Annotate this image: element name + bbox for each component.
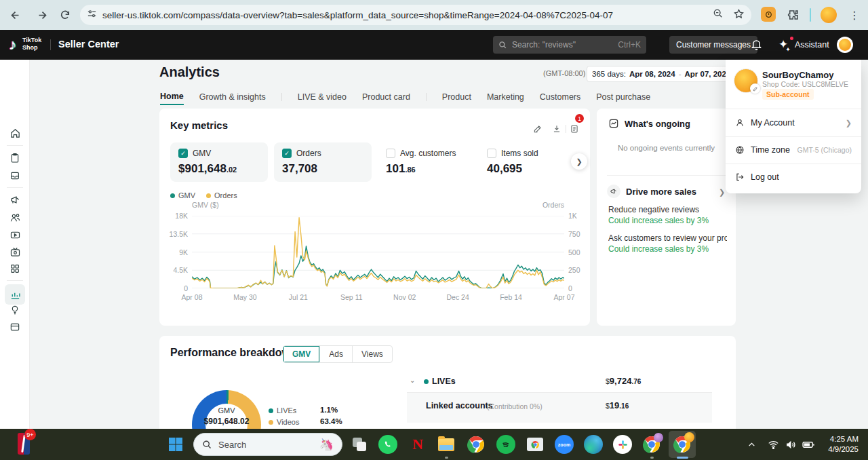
orders-legend-label[interactable]: Orders xyxy=(214,191,237,199)
account-avatar[interactable] xyxy=(837,37,853,53)
assistant-label[interactable]: Assistant xyxy=(795,40,829,50)
whatsapp-icon[interactable] xyxy=(378,435,397,454)
tab-growth-insights[interactable]: Growth & insights xyxy=(199,90,266,104)
file-explorer-icon[interactable] xyxy=(437,435,456,454)
sales-tip-benefit[interactable]: Could increase sales by 3% xyxy=(608,244,709,254)
items-sold-checkbox[interactable] xyxy=(487,149,496,158)
tab-live-video[interactable]: LIVE & video xyxy=(298,90,347,104)
sidebar-home-icon[interactable] xyxy=(7,125,23,141)
row-expand-chevron-icon[interactable]: ⌄ xyxy=(410,377,415,384)
orders-checkbox[interactable]: ✓ xyxy=(282,149,292,158)
task-view-button[interactable] xyxy=(350,435,369,454)
sidebar-inbox-icon[interactable] xyxy=(7,168,23,184)
browser-menu-icon[interactable]: ⋮ xyxy=(846,7,863,23)
sidebar-orders-icon[interactable] xyxy=(7,150,23,166)
metric-card-items-sold[interactable]: Items sold 40,695 xyxy=(479,142,566,182)
seller-center-title[interactable]: Seller Center xyxy=(58,39,119,50)
metrics-scroll-right-button[interactable]: ❯ xyxy=(571,153,587,170)
sales-tip-title[interactable]: Reduce negative reviews xyxy=(608,205,699,214)
spotify-icon[interactable] xyxy=(496,435,515,454)
bookmark-star-icon[interactable] xyxy=(733,8,745,22)
row-note: (Contribution 0%) xyxy=(487,402,542,410)
report-badge: 1 xyxy=(575,114,584,123)
tiktok-shop-wordmark[interactable]: TikTok Shop xyxy=(22,37,41,52)
tray-chevron-icon[interactable] xyxy=(742,435,761,454)
sidebar-video-icon[interactable] xyxy=(7,227,23,243)
chrome-icon[interactable] xyxy=(467,435,486,454)
drive-more-sales-header[interactable]: Drive more sales xyxy=(607,185,696,198)
sidebar-live-icon[interactable] xyxy=(7,244,23,260)
sourboy-extension-icon[interactable] xyxy=(821,7,837,23)
taskbar-search-box[interactable]: Search 🦄 xyxy=(193,433,342,456)
drive-more-chevron-icon[interactable]: ❯ xyxy=(719,188,725,197)
globe-icon xyxy=(735,145,745,155)
start-button[interactable] xyxy=(166,435,185,454)
zoom-out-icon[interactable] xyxy=(713,8,724,22)
lives-percent: 1.1% xyxy=(320,406,338,414)
lives-row-label[interactable]: LIVEs xyxy=(424,377,456,386)
tab-marketing[interactable]: Marketing xyxy=(487,90,524,104)
metric-card-gmv[interactable]: ✓GMV $901,648.02 xyxy=(170,142,268,182)
tab-customers[interactable]: Customers xyxy=(540,90,580,104)
gmv-legend-label[interactable]: GMV xyxy=(178,191,195,199)
chrome-active-profile-icon[interactable] xyxy=(673,435,692,454)
site-info-icon[interactable] xyxy=(87,9,97,22)
edit-metrics-icon[interactable] xyxy=(532,123,543,134)
extensions-puzzle-icon[interactable] xyxy=(785,7,802,23)
menu-item-my-account[interactable]: My Account ❯ xyxy=(735,115,852,131)
avg-customers-checkbox[interactable] xyxy=(386,149,395,158)
sidebar-finance-icon[interactable] xyxy=(7,319,23,335)
app-header: ♪ TikTok Shop Seller Center Search: "rev… xyxy=(0,30,868,60)
gmv-checkbox[interactable]: ✓ xyxy=(178,149,188,158)
timezone-label: (GMT-08:00) xyxy=(543,69,585,77)
volume-icon[interactable] xyxy=(781,435,800,454)
photos-app-icon[interactable] xyxy=(526,435,545,454)
perf-tab-ads[interactable]: Ads xyxy=(320,346,353,362)
global-search-input[interactable]: Search: "reviews" Ctrl+K xyxy=(493,36,646,54)
edge-icon[interactable] xyxy=(584,435,603,454)
sales-tip-benefit[interactable]: Could increase sales by 3% xyxy=(608,216,709,225)
menu-divider xyxy=(726,109,861,109)
date-range-picker[interactable]: 365 days: Apr 08, 2024 - Apr 07, 2025 xyxy=(587,66,730,82)
taskbar-clock[interactable]: 4:25 AM 4/9/2025 xyxy=(816,434,859,455)
report-icon[interactable] xyxy=(569,123,580,134)
sales-tip-title[interactable]: Ask customers to review your pro... xyxy=(608,233,727,243)
y-left-tick: 9K xyxy=(159,248,188,256)
edit-avatar-icon[interactable] xyxy=(750,83,760,94)
shield-extension-icon[interactable] xyxy=(761,7,776,22)
sidebar-affiliate-icon[interactable] xyxy=(7,209,23,225)
tiktok-logo-icon[interactable]: ♪ xyxy=(9,36,16,54)
wifi-icon[interactable] xyxy=(764,435,783,454)
logo-line1: TikTok xyxy=(22,37,41,44)
key-metrics-card: Key metrics 1 ✓GMV $901,648.02 ✓Orders 3… xyxy=(159,109,590,326)
chrome-profile2-icon[interactable] xyxy=(642,435,661,454)
metric-card-orders[interactable]: ✓Orders 37,708 xyxy=(274,142,372,182)
tab-home[interactable]: Home xyxy=(160,89,184,105)
metric-card-avg-customers[interactable]: Avg. customers 101.86 xyxy=(378,142,473,182)
url-text[interactable]: seller-us.tiktok.com/compass/data-overvi… xyxy=(102,10,703,20)
zoom-icon[interactable]: zoom xyxy=(555,435,574,454)
netflix-icon[interactable]: N xyxy=(408,435,427,454)
menu-item-log-out[interactable]: Log out xyxy=(735,169,852,185)
perf-tab-views[interactable]: Views xyxy=(353,346,392,362)
sidebar-marketing-icon[interactable] xyxy=(7,191,23,208)
menu-item-time-zone[interactable]: Time zone GMT-5 (Chicago) xyxy=(735,142,852,158)
forward-icon[interactable] xyxy=(33,5,52,24)
back-icon[interactable] xyxy=(5,5,24,24)
perf-tab-gmv[interactable]: GMV xyxy=(283,346,320,362)
sidebar-apps-icon[interactable] xyxy=(7,261,23,277)
reload-icon[interactable] xyxy=(56,5,75,24)
address-bar[interactable]: seller-us.tiktok.com/compass/data-overvi… xyxy=(80,5,751,25)
download-icon[interactable] xyxy=(551,123,562,134)
customer-messages-button[interactable]: Customer messages xyxy=(669,36,757,54)
sidebar-growth-icon[interactable] xyxy=(7,302,23,318)
tab-post-purchase[interactable]: Post purchase xyxy=(596,90,650,104)
screen: seller-us.tiktok.com/compass/data-overvi… xyxy=(0,0,868,460)
orders-legend-dot xyxy=(206,193,211,198)
linked-accounts-row[interactable]: Linked accounts (Contribution 0%) $19.16 xyxy=(407,393,712,423)
notifications-bell-icon[interactable] xyxy=(750,38,763,54)
tab-product-card[interactable]: Product card xyxy=(362,90,410,104)
battery-icon[interactable] xyxy=(799,435,818,454)
slack-icon[interactable] xyxy=(613,435,632,454)
tab-product[interactable]: Product xyxy=(442,90,471,104)
